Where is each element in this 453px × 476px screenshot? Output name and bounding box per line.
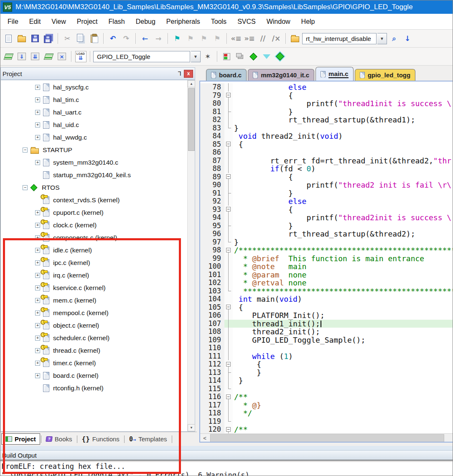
code-line-83[interactable]: 83} [200,124,453,132]
fold-marker[interactable]: − [224,140,233,149]
code-text[interactable]: /** [233,393,453,401]
line-number[interactable]: 117 [200,401,224,410]
code-text[interactable]: rt_err_t fd=rt_thread_init(&thread2,"thr [233,157,453,165]
line-number[interactable]: 98 [200,246,224,255]
rebuild-all-icon[interactable]: ⇊ [29,50,41,63]
close-icon[interactable]: x [184,70,193,78]
code-view[interactable]: 78 else79− {80 printf("thread1init is su… [200,81,453,433]
expand-icon[interactable]: + [35,160,40,165]
expand-icon[interactable]: + [35,135,40,140]
open-file-icon[interactable] [15,32,28,45]
collapse-icon[interactable]: − [23,185,28,190]
code-text[interactable]: ****************************************… [233,287,453,295]
code-text[interactable]: } [233,238,453,247]
tree-item-mem-c-kernel[interactable]: +mem.c (kernel) [1,294,181,307]
tree-item-board-c-kernel[interactable]: +board.c (kernel) [1,369,181,382]
target-select-combo-dropdown-icon[interactable]: ▼ [191,51,201,62]
bookmark-clear-all-icon[interactable]: ⚑ [211,32,224,45]
code-text[interactable]: * @retval none [233,279,453,287]
build-icon[interactable]: ⇓ [15,50,28,63]
code-line-99[interactable]: 99 * @brief This function is main entran… [200,255,453,263]
tree-scrollbar[interactable]: ▲ ▼ [187,80,195,431]
fold-marker[interactable]: − [224,246,233,255]
code-line-113[interactable]: 113 } [200,369,453,377]
fold-marker[interactable]: − [224,303,233,312]
build-output-body[interactable]: FromELF: creating hex file...".\Objects\… [0,462,453,476]
line-number[interactable]: 92 [200,197,224,206]
line-number[interactable]: 97 [200,238,224,247]
code-line-98[interactable]: 98−/************************************… [200,246,453,255]
code-text[interactable]: int main(void) [233,295,453,303]
line-number[interactable]: 106 [200,311,224,320]
panel-tab-books[interactable]: ?Books [42,434,76,444]
indent-icon[interactable]: »≡ [243,32,256,45]
fold-collapse-icon[interactable]: − [226,93,231,97]
code-text[interactable]: /** [233,425,453,433]
expand-icon[interactable]: + [35,260,40,265]
line-number[interactable]: 118 [200,409,224,417]
code-line-108[interactable]: 108 thread2_init(); [200,328,453,336]
code-text[interactable]: printf("thread2init is success \r [233,214,453,222]
line-number[interactable]: 80 [200,99,224,108]
expand-icon[interactable]: + [35,235,40,240]
nav-forward-icon[interactable]: → [152,32,165,45]
panel-tab-functions[interactable]: {}Functions [78,433,123,445]
line-number[interactable]: 90 [200,181,224,189]
expand-icon[interactable]: + [35,273,40,278]
tree-item-hal-syscfg-c[interactable]: +hal_syscfg.c [1,81,181,94]
manage-components-icon[interactable] [220,50,233,63]
code-line-117[interactable]: 117 * @} [200,401,453,410]
code-text[interactable] [233,148,453,157]
line-number[interactable]: 113 [200,369,224,377]
tree-item-hal-uart-c[interactable]: +hal_uart.c [1,106,181,119]
menu-item-debug[interactable]: Debug [130,15,161,28]
line-number[interactable]: 115 [200,385,224,393]
find-icon[interactable]: ⌕ [388,32,400,45]
code-text[interactable]: printf("thread1init is success \r [233,99,453,108]
tree-item-ipc-c-kernel[interactable]: +ipc.c (kernel) [1,257,181,269]
tree-item-clock-c-kernel[interactable]: +clock.c (kernel) [1,219,181,232]
expand-icon[interactable]: + [35,336,40,341]
incremental-find-icon[interactable]: ↓ [401,32,414,45]
tree-item-thread-c-kernel[interactable]: +thread.c (kernel) [1,344,181,357]
code-text[interactable]: * @param none [233,271,453,279]
code-text[interactable]: { [233,360,453,369]
code-line-89[interactable]: 89− { [200,173,453,181]
code-line-91[interactable]: 91 } [200,189,453,198]
new-file-icon[interactable] [2,32,15,45]
code-line-119[interactable]: 119 [200,417,453,426]
unindent-icon[interactable]: «≡ [230,32,242,45]
expand-icon[interactable]: + [35,110,40,115]
code-line-118[interactable]: 118 */ [200,409,453,417]
find-in-files-icon[interactable] [289,32,301,45]
editor-hscrollbar[interactable]: < [200,433,453,443]
pack-installer-icon[interactable] [274,50,286,63]
fold-marker[interactable]: − [224,92,233,100]
expand-icon[interactable]: + [35,373,40,378]
code-line-106[interactable]: 106 PLATFORM_Init(); [200,311,453,320]
tree-item-components-c-kernel[interactable]: +components.c (kernel) [1,232,181,244]
code-line-120[interactable]: 120−/** [200,425,453,433]
code-text[interactable] [233,417,453,426]
scroll-down-icon[interactable]: ▼ [188,424,195,431]
tree-item-kservice-c-kernel[interactable]: +kservice.c (kernel) [1,282,181,294]
code-text[interactable]: thread2_init(); [233,328,453,336]
code-text[interactable]: /***************************************… [233,246,453,255]
manage-run-time-environment-icon[interactable] [247,50,260,63]
code-line-104[interactable]: 104 int main(void) [200,295,453,303]
comment-selection-icon[interactable]: // [257,32,269,45]
line-number[interactable]: 84 [200,132,224,140]
expand-icon[interactable]: + [35,248,40,253]
cut-icon[interactable]: ✂ [61,32,74,45]
line-number[interactable]: 110 [200,344,224,352]
tree-item-startup[interactable]: −STARTUP [1,144,181,156]
tree-item-hal-wwdg-c[interactable]: +hal_wwdg.c [1,131,181,144]
redo-icon[interactable]: ↷ [120,32,132,45]
code-line-107[interactable]: 107 thread1_init(); [200,320,453,328]
line-number[interactable]: 86 [200,148,224,157]
code-line-100[interactable]: 100 * @note main [200,262,453,271]
menu-item-edit[interactable]: Edit [24,15,46,28]
code-line-101[interactable]: 101 * @param none [200,271,453,279]
code-line-85[interactable]: 85− { [200,140,453,149]
nav-back-icon[interactable]: ← [139,32,151,45]
